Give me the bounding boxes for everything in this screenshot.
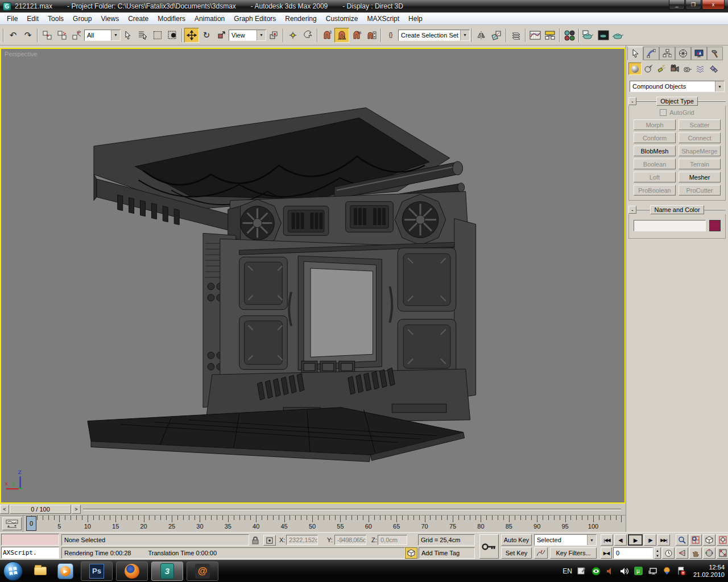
select-and-link-icon[interactable] [40, 28, 55, 43]
object-type-connect[interactable]: Connect [679, 132, 721, 143]
set-keys-button[interactable] [479, 534, 499, 559]
x-coordinate-field[interactable]: 2322,152c [286, 535, 318, 545]
angle-snap-toggle-icon[interactable] [334, 28, 349, 43]
rendered-frame-window-icon[interactable] [596, 28, 611, 43]
cameras-category-icon[interactable] [668, 63, 681, 75]
named-selection-sets-icon[interactable]: {} [383, 28, 398, 43]
schematic-view-icon[interactable] [543, 28, 557, 43]
snap-toggle-3d-icon[interactable]: 3 [320, 28, 334, 43]
bind-to-space-warp-icon[interactable] [69, 28, 84, 43]
shapes-category-icon[interactable] [642, 63, 655, 75]
default-tangent-icon[interactable] [534, 547, 548, 559]
title-bar[interactable]: G 212121.max- Project Folder: C:\Users\F… [0, 0, 728, 13]
object-color-swatch[interactable] [709, 220, 721, 231]
explorer-icon[interactable] [31, 562, 50, 581]
tray-clock[interactable]: 12:54 21.02.2010 [693, 564, 725, 579]
select-and-rotate-icon[interactable]: ↻ [199, 28, 214, 43]
menu-maxscript[interactable]: MAXScript [362, 13, 404, 24]
zoom-extents-icon[interactable] [703, 534, 715, 546]
render-setup-icon[interactable] [581, 28, 596, 43]
restore-button[interactable]: ❐ [685, 0, 701, 10]
use-pivot-point-icon[interactable] [266, 28, 281, 43]
zoom-icon[interactable] [676, 534, 688, 546]
next-frame-button[interactable]: ||▶ [644, 534, 656, 546]
tab-create[interactable] [627, 47, 643, 60]
trackbar-ruler[interactable]: 0510152025303540455055606570758085909510… [23, 516, 626, 533]
menu-tools[interactable]: Tools [43, 13, 68, 24]
viewport-label[interactable]: Perspective [5, 51, 37, 57]
previous-frame-arrow[interactable]: < [0, 505, 9, 514]
play-button[interactable]: ▶ [628, 534, 643, 546]
object-type-proboolean[interactable]: ProBoolean [634, 185, 676, 196]
menu-modifiers[interactable]: Modifiers [153, 13, 190, 24]
object-type-scatter[interactable]: Scatter [679, 119, 721, 130]
mini-curve-editor-button[interactable] [2, 517, 22, 530]
time-slider[interactable]: 0 / 100 [10, 505, 71, 514]
unlink-selection-icon[interactable] [55, 28, 69, 43]
menu-group[interactable]: Group [68, 13, 96, 24]
tray-network-icon[interactable] [648, 567, 657, 576]
auto-key-button[interactable]: Auto Key [501, 534, 532, 546]
arc-rotate-icon[interactable] [703, 547, 715, 559]
menu-graph-editors[interactable]: Graph Editors [229, 13, 280, 24]
object-type-mesher[interactable]: Mesher [679, 172, 721, 182]
percent-snap-toggle-icon[interactable]: % [349, 28, 364, 43]
object-type-morph[interactable]: Morph [634, 119, 676, 130]
add-time-tag[interactable]: Add Time Tag [419, 547, 475, 559]
current-frame-field[interactable]: 0 [613, 547, 653, 559]
menu-file[interactable]: File [2, 13, 22, 24]
spinner-snap-toggle-icon[interactable] [364, 28, 379, 43]
redo-button[interactable]: ↷ [20, 28, 35, 43]
menu-edit[interactable]: Edit [22, 13, 43, 24]
next-frame-arrow[interactable]: > [72, 505, 81, 514]
object-name-input[interactable] [634, 220, 706, 231]
helpers-category-icon[interactable] [681, 63, 694, 75]
tray-updates-icon[interactable] [663, 567, 672, 576]
field-of-view-icon[interactable] [676, 547, 688, 559]
select-and-manipulate-icon[interactable] [286, 28, 300, 43]
geometry-category-icon[interactable] [628, 63, 642, 75]
start-button[interactable] [3, 562, 23, 581]
maxscript-mini-listener-output[interactable]: AXScript. [1, 547, 59, 559]
space-warps-category-icon[interactable] [694, 63, 707, 75]
category-dropdown[interactable]: Compound Objects▼ [630, 81, 725, 92]
go-to-end-button[interactable]: ▶▶| [657, 534, 670, 546]
curve-editor-icon[interactable] [528, 28, 543, 43]
previous-frame-button[interactable]: ◀|| [614, 534, 627, 546]
tab-display[interactable] [691, 47, 707, 60]
y-coordinate-field[interactable]: -9498,065c [334, 535, 366, 545]
menu-rendering[interactable]: Rendering [280, 13, 321, 24]
z-coordinate-field[interactable]: 0,0cm [378, 535, 407, 545]
material-editor-icon[interactable] [562, 28, 577, 43]
tray-utorrent-icon[interactable]: µ [634, 567, 643, 576]
autogrid-checkbox[interactable] [660, 109, 667, 116]
mirror-icon[interactable] [474, 28, 489, 43]
taskbar-photoshop-button[interactable]: Ps [81, 562, 113, 581]
close-button[interactable]: x [702, 0, 725, 10]
object-type-terrain[interactable]: Terrain [679, 159, 721, 169]
name-and-color-title[interactable]: Name and Color [650, 205, 704, 214]
menu-animation[interactable]: Animation [190, 13, 229, 24]
tray-antivirus-eye-icon[interactable] [592, 567, 601, 576]
taskbar-firefox-button[interactable] [116, 562, 148, 581]
tab-utilities[interactable] [707, 47, 723, 60]
select-by-name-icon[interactable] [135, 28, 150, 43]
layer-manager-icon[interactable] [508, 28, 523, 43]
media-player-icon[interactable]: ▶ [56, 562, 75, 581]
rollout-collapse-button[interactable]: - [628, 97, 636, 105]
tray-tweak-icon[interactable] [577, 567, 586, 576]
object-type-procutter[interactable]: ProCutter [679, 185, 721, 196]
lights-category-icon[interactable] [655, 63, 668, 75]
perspective-viewport[interactable]: Perspective [0, 48, 626, 504]
taskbar-3dsmax-button[interactable]: 3 [151, 562, 183, 581]
taskbar-mail-agent-button[interactable]: @ [187, 562, 218, 581]
language-indicator[interactable]: EN [562, 567, 572, 575]
trackbar-frame-handle[interactable]: 0 [26, 516, 36, 531]
object-type-shapemerge[interactable]: ShapeMerge [679, 146, 721, 156]
object-type-boolean[interactable]: Boolean [634, 159, 676, 169]
zoom-all-icon[interactable] [689, 534, 702, 546]
object-type-loft[interactable]: Loft [634, 172, 676, 182]
tab-hierarchy[interactable] [659, 47, 675, 60]
tray-action-center-icon[interactable] [677, 567, 686, 576]
systems-category-icon[interactable] [707, 63, 720, 75]
